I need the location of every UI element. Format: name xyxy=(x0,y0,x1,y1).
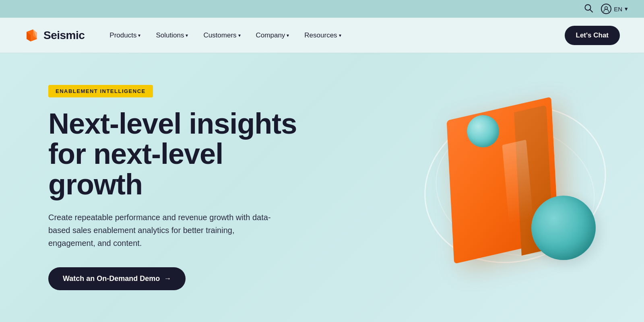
logo[interactable]: Seismic xyxy=(24,28,85,43)
lang-label: EN xyxy=(614,6,622,12)
nav-item-solutions[interactable]: Solutions ▾ xyxy=(150,28,194,43)
nav-label-resources: Resources xyxy=(304,31,337,39)
nav-label-customers: Customers xyxy=(203,31,236,39)
nav-item-customers[interactable]: Customers ▾ xyxy=(198,28,246,43)
hero-section: ENABLEMENT INTELLIGENCE Next-level insig… xyxy=(0,53,644,322)
hero-content: ENABLEMENT INTELLIGENCE Next-level insig… xyxy=(48,85,297,291)
chevron-down-icon: ▾ xyxy=(238,33,241,38)
hero-title: Next-level insights for next-level growt… xyxy=(48,109,297,200)
chevron-down-icon: ▾ xyxy=(287,33,289,38)
3d-shape-group xyxy=(419,91,612,284)
nav-item-products[interactable]: Products ▾ xyxy=(104,28,146,43)
svg-line-1 xyxy=(590,9,593,12)
top-utility-bar: EN ▾ xyxy=(0,0,644,18)
lets-chat-button[interactable]: Let's Chat xyxy=(565,26,620,45)
nav-item-resources[interactable]: Resources ▾ xyxy=(299,28,347,43)
arrow-icon: → xyxy=(164,275,171,283)
nav-item-company[interactable]: Company ▾ xyxy=(250,28,295,43)
demo-cta-label: Watch an On-Demand Demo xyxy=(63,275,160,283)
chevron-down-icon: ▾ xyxy=(339,33,341,38)
hero-subtitle: Create repeatable performance and revenu… xyxy=(48,211,274,250)
hero-title-line3: growth xyxy=(48,168,142,200)
search-icon[interactable] xyxy=(584,4,593,14)
small-sphere xyxy=(467,115,499,147)
nav-label-products: Products xyxy=(109,31,136,39)
user-avatar-icon xyxy=(601,4,611,14)
logo-text: Seismic xyxy=(43,29,85,42)
user-menu[interactable]: EN ▾ xyxy=(601,4,628,14)
hero-illustration xyxy=(362,53,644,322)
chevron-down-icon: ▾ xyxy=(138,33,140,38)
demo-cta-button[interactable]: Watch an On-Demand Demo → xyxy=(48,267,186,290)
main-nav: Seismic Products ▾ Solutions ▾ Customers… xyxy=(0,18,644,53)
lang-chevron-icon: ▾ xyxy=(625,5,628,12)
nav-label-solutions: Solutions xyxy=(156,31,184,39)
hero-title-line1: Next-level insights xyxy=(48,107,297,140)
hero-badge: ENABLEMENT INTELLIGENCE xyxy=(48,85,153,97)
chevron-down-icon: ▾ xyxy=(186,33,188,38)
hero-title-line2: for next-level xyxy=(48,138,223,170)
nav-links: Products ▾ Solutions ▾ Customers ▾ Compa… xyxy=(104,28,564,43)
nav-label-company: Company xyxy=(256,31,285,39)
seismic-logo-icon xyxy=(24,28,39,43)
teal-sphere xyxy=(531,196,596,260)
